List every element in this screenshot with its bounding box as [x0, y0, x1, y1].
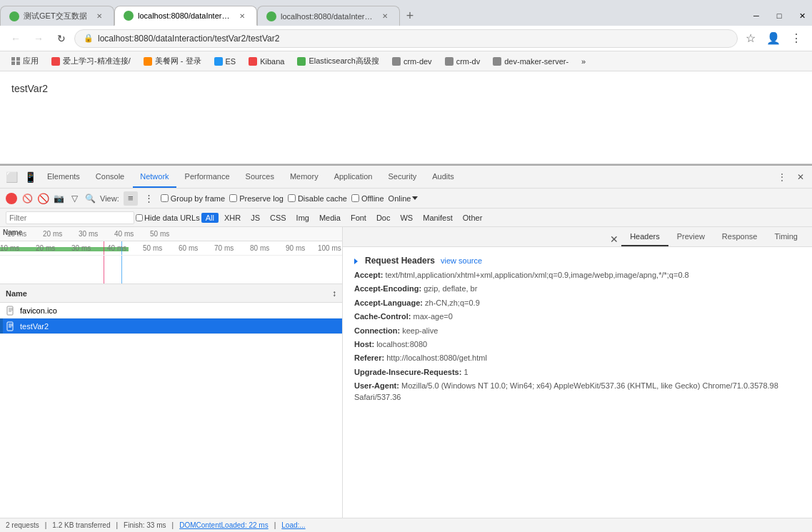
filter-toggle-button[interactable]: ▽ — [69, 193, 80, 204]
header-referer-value: http://localhost:8080/get.html — [386, 353, 487, 362]
bookmark-crm-dev[interactable]: crm-dev — [386, 56, 438, 67]
details-panel: ✕ Headers Preview Response Timing — [343, 227, 812, 518]
header-user-agent-value: Mozilla/5.0 (Windows NT 10.0; Win64; x64… — [354, 381, 778, 401]
tab-application[interactable]: Application — [327, 166, 380, 188]
tab-performance[interactable]: Performance — [178, 166, 237, 188]
search-button[interactable]: 🔍 — [84, 193, 96, 204]
bookmark-crm-dv[interactable]: crm-dv — [439, 56, 486, 67]
section-toggle-icon[interactable] — [354, 257, 359, 265]
requests-panel: Name 10 ms 20 ms 30 ms 40 ms 50 ms — [0, 227, 343, 518]
section-title: Request Headers — [365, 256, 435, 266]
tab-memory[interactable]: Memory — [283, 166, 326, 188]
type-xhr-button[interactable]: XHR — [220, 213, 245, 223]
bookmark-aishang[interactable]: 爱上学习-精准连接/ — [46, 54, 136, 68]
devtools-close-icon[interactable]: ✕ — [792, 169, 809, 186]
request-row-testvar2[interactable]: testVar2 — [0, 318, 342, 334]
devtools-responsive-icon[interactable]: 📱 — [21, 169, 39, 186]
star-button[interactable]: ☆ — [741, 29, 761, 49]
type-css-button[interactable]: CSS — [266, 213, 291, 223]
type-doc-button[interactable]: Doc — [372, 213, 395, 223]
bookmark-meican[interactable]: 美餐网 - 登录 — [138, 54, 207, 68]
online-dropdown[interactable]: Online — [389, 194, 418, 203]
tab-1[interactable]: 测试GET交互数据 ✕ — [0, 6, 114, 26]
view-list-icon[interactable]: ≡ — [124, 191, 138, 206]
record-button[interactable] — [6, 193, 17, 204]
details-tab-response[interactable]: Response — [713, 227, 766, 246]
details-tab-headers[interactable]: Headers — [621, 227, 668, 246]
bookmarks-more[interactable]: » — [576, 56, 591, 67]
clear-button[interactable]: 🚫 — [37, 193, 49, 204]
hide-data-urls-checkbox[interactable]: Hide data URLs — [136, 214, 200, 222]
type-img-button[interactable]: Img — [292, 213, 314, 223]
tab-security[interactable]: Security — [381, 166, 423, 188]
type-media-button[interactable]: Media — [315, 213, 345, 223]
address-bar[interactable]: 🔒 localhost:8080/dataInteraction/testVar… — [74, 29, 738, 48]
requests-count: 2 requests — [6, 521, 39, 529]
load-time[interactable]: Load:... — [281, 521, 305, 529]
tab-2-close[interactable]: ✕ — [236, 10, 248, 21]
tick-10ms: 10 ms — [7, 230, 26, 238]
maximize-button[interactable]: □ — [769, 6, 789, 26]
stop-recording-button[interactable]: 🚫 — [21, 193, 33, 204]
tab-3[interactable]: localhost:8080/dataInteraction... ✕ — [257, 6, 400, 26]
tab-elements[interactable]: Elements — [40, 166, 87, 188]
nav-bar: ← → ↻ 🔒 localhost:8080/dataInteraction/t… — [0, 26, 812, 51]
camera-button[interactable]: 📷 — [53, 193, 64, 204]
header-referer-name: Referer: — [354, 353, 384, 362]
bookmark-meican-label: 美餐网 - 登录 — [155, 56, 201, 66]
transferred-size: 1.2 KB transferred — [52, 521, 110, 529]
expand-icon[interactable]: ↕ — [332, 288, 336, 298]
request-row-favicon[interactable]: favicon.ico — [0, 303, 342, 318]
bookmark-dev-maker[interactable]: dev-maker-server- — [487, 56, 574, 67]
tab-audits[interactable]: Audits — [425, 166, 461, 188]
disable-cache-checkbox[interactable]: Disable cache — [288, 194, 347, 203]
type-other-button[interactable]: Other — [458, 213, 487, 223]
view-source-link[interactable]: view source — [441, 256, 482, 265]
tab-3-close[interactable]: ✕ — [379, 11, 391, 22]
requests-list-header: Name ↕ — [0, 284, 342, 303]
tab-network[interactable]: Network — [133, 166, 176, 188]
details-tab-preview[interactable]: Preview — [668, 227, 713, 246]
group-by-frame-checkbox[interactable]: Group by frame — [161, 194, 225, 203]
tab-console[interactable]: Console — [89, 166, 131, 188]
tab-2[interactable]: localhost:8080/dataInteraction... ✕ — [114, 6, 257, 26]
dom-content-loaded[interactable]: DOMContentLoaded: 22 ms — [179, 521, 269, 529]
type-all-button[interactable]: All — [201, 213, 219, 223]
name-header: Name — [6, 289, 27, 298]
bookmark-kibana[interactable]: Kibana — [243, 56, 290, 67]
header-host-name: Host: — [354, 340, 374, 348]
type-js-button[interactable]: JS — [246, 213, 264, 223]
header-upgrade-insecure-value: 1 — [463, 368, 468, 376]
type-ws-button[interactable]: WS — [396, 213, 417, 223]
account-button[interactable]: 👤 — [763, 29, 783, 49]
reload-button[interactable]: ↻ — [51, 29, 71, 49]
forward-button[interactable]: → — [29, 29, 49, 49]
page-content: testVar2 — [0, 71, 812, 164]
details-tab-timing[interactable]: Timing — [766, 227, 806, 246]
filter-input[interactable] — [6, 211, 134, 224]
new-tab-button[interactable]: + — [400, 6, 420, 26]
tick-50ms: 50 ms — [150, 230, 169, 238]
devtools-more-icon[interactable]: ⋮ — [773, 169, 791, 186]
tab-1-close[interactable]: ✕ — [94, 11, 105, 22]
bookmark-meican-icon — [144, 57, 152, 66]
details-close-button[interactable]: ✕ — [607, 232, 621, 246]
bookmark-elasticsearch[interactable]: Elasticsearch高级搜 — [291, 54, 384, 68]
type-manifest-button[interactable]: Manifest — [418, 213, 457, 223]
header-cache-control-value: max-age=0 — [413, 312, 453, 321]
close-button[interactable]: ✕ — [792, 6, 812, 26]
header-accept-encoding: Accept-Encoding: gzip, deflate, br — [354, 283, 801, 294]
offline-checkbox[interactable]: Offline — [351, 194, 384, 203]
minimize-button[interactable]: ─ — [746, 6, 766, 26]
tab-2-title: localhost:8080/dataInteraction... — [138, 11, 232, 20]
preserve-log-checkbox[interactable]: Preserve log — [229, 194, 284, 203]
header-connection-name: Connection: — [354, 326, 400, 335]
view-waterfall-icon[interactable]: ⋮ — [142, 191, 156, 206]
back-button[interactable]: ← — [6, 29, 26, 49]
bookmark-es[interactable]: ES — [209, 56, 242, 67]
bookmark-apps[interactable]: 应用 — [6, 54, 44, 68]
menu-button[interactable]: ⋮ — [786, 29, 806, 49]
tab-sources[interactable]: Sources — [239, 166, 281, 188]
devtools-cursor-icon[interactable]: ⬜ — [3, 169, 20, 186]
type-font-button[interactable]: Font — [346, 213, 371, 223]
